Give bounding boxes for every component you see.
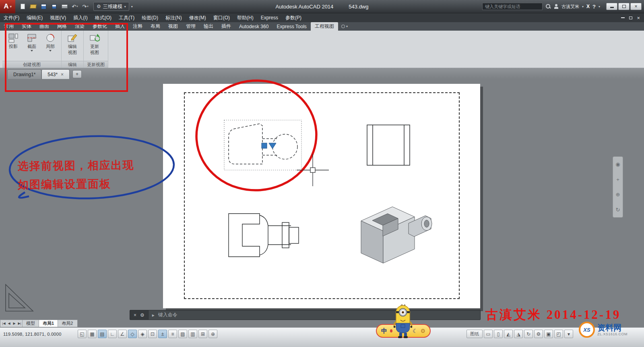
paper-sheet[interactable] — [163, 84, 480, 308]
annotation-monitor-toggle[interactable]: ⊕ — [208, 330, 217, 338]
tab-view[interactable]: 视图 — [164, 22, 182, 31]
osnap-toggle[interactable]: ◇ — [128, 330, 137, 338]
tab-surface[interactable]: 曲面 — [35, 22, 53, 31]
tab-annotate[interactable]: 注释 — [129, 22, 147, 31]
snap-toggle[interactable]: ▦ — [88, 330, 97, 338]
update-view-button[interactable]: 更新 视图 — [86, 33, 103, 55]
save-button[interactable] — [39, 2, 48, 11]
view-grip-square[interactable] — [262, 143, 267, 148]
menu-file[interactable]: 文件(F) — [0, 13, 23, 22]
search-icon[interactable] — [545, 4, 551, 9]
orbit-icon[interactable]: ↻ — [616, 207, 620, 213]
search-input[interactable] — [482, 3, 543, 10]
undo-button[interactable]: ↶▾ — [70, 2, 80, 11]
menu-parameters[interactable]: 参数(P) — [282, 13, 305, 22]
minimize-button[interactable] — [606, 3, 617, 10]
menu-draw[interactable]: 绘图(D) — [138, 13, 162, 22]
save-as-button[interactable] — [49, 2, 59, 11]
quick-view-layouts-button[interactable]: ▭ — [484, 330, 493, 338]
edit-view-button[interactable]: 编辑 视图 — [64, 33, 81, 55]
menu-tools[interactable]: 工具(T) — [115, 13, 138, 22]
tab-render[interactable]: 渲染 — [71, 22, 89, 31]
layout-last-button[interactable]: ▶| — [17, 322, 22, 325]
qat-customize-button[interactable]: ▾ — [131, 5, 133, 8]
ime-mode-label[interactable]: 中 — [381, 327, 387, 335]
selection-cycling-toggle[interactable]: ⊞ — [198, 330, 207, 338]
annotation-autoscale-button[interactable]: ↻ — [524, 330, 533, 338]
doc-restore-button[interactable] — [629, 17, 632, 19]
clean-screen-button[interactable]: ◰ — [554, 330, 563, 338]
file-tab-close-icon[interactable]: × — [61, 72, 64, 77]
doc-close-button[interactable]: × — [637, 15, 640, 21]
menu-help[interactable]: 帮助(H) — [233, 13, 257, 22]
section-view-button[interactable]: 截面 — [23, 33, 41, 52]
new-button[interactable] — [18, 2, 27, 11]
tab-model[interactable]: 模型 — [22, 320, 39, 327]
tab-express-tools[interactable]: Express Tools — [272, 22, 310, 31]
projection-view-button[interactable]: 投影 — [4, 33, 22, 49]
exchange-apps-icon[interactable]: X — [586, 4, 590, 9]
paper-model-toggle[interactable]: 图纸 — [466, 330, 483, 338]
tab-engineering-views[interactable]: 工程视图 — [311, 22, 338, 31]
layout-next-button[interactable]: ▶ — [12, 322, 17, 325]
redo-button[interactable]: ↷▾ — [80, 2, 90, 11]
menu-window[interactable]: 窗口(O) — [210, 13, 233, 22]
tab-parametric[interactable]: 参数化 — [89, 22, 111, 31]
tab-insert[interactable]: 插入 — [111, 22, 129, 31]
menu-dimension[interactable]: 标注(N) — [162, 13, 186, 22]
help-icon[interactable]: ? — [592, 4, 596, 10]
close-button[interactable]: × — [630, 3, 642, 10]
menu-format[interactable]: 格式(O) — [91, 13, 115, 22]
help-caret-icon[interactable]: ▾ — [599, 5, 600, 8]
app-menu-button[interactable]: A ▾ — [0, 0, 15, 13]
tab-layout[interactable]: 布局 — [147, 22, 164, 31]
tab-layout2[interactable]: 布局2 — [58, 320, 76, 327]
file-tab-drawing1[interactable]: Drawing1* — [7, 69, 41, 79]
tab-plugins[interactable]: 插件 — [217, 22, 235, 31]
open-button[interactable] — [28, 2, 38, 11]
ducs-toggle[interactable]: ⊡ — [148, 330, 157, 338]
menu-modify[interactable]: 修改(M) — [186, 13, 210, 22]
tab-home[interactable]: 常用 — [0, 22, 18, 31]
lineweight-toggle[interactable]: ≡ — [168, 330, 177, 338]
transparency-toggle[interactable]: ▨ — [178, 330, 187, 338]
workspace-switch-button[interactable]: ⚙ — [534, 330, 543, 338]
annotation-visibility-button[interactable]: ◮ — [514, 330, 523, 338]
workspace-switcher[interactable]: ⚙ 三维建模 ▾ — [93, 2, 129, 11]
tab-solid[interactable]: 实体 — [18, 22, 35, 31]
grid-toggle[interactable]: ▤ — [98, 330, 107, 338]
file-tab-543[interactable]: 543* × — [41, 69, 70, 79]
detail-view-button[interactable]: 局部 — [41, 33, 59, 52]
menu-edit[interactable]: 编辑(E) — [23, 13, 46, 22]
status-tray-button[interactable]: ▾ — [564, 330, 573, 338]
ime-settings-icon[interactable]: ⚙ — [420, 328, 425, 334]
menu-insert[interactable]: 插入(I) — [70, 13, 91, 22]
quick-view-drawings-button[interactable]: ▯ — [494, 330, 503, 338]
new-drawing-tab-button[interactable]: + — [72, 70, 82, 78]
front-view-selected[interactable] — [224, 120, 301, 170]
steering-wheel-icon[interactable]: ◉ — [615, 161, 620, 167]
tab-layout1[interactable]: 布局1 — [39, 320, 58, 327]
pan-icon[interactable]: + — [616, 177, 619, 183]
quick-properties-toggle[interactable]: ▥ — [188, 330, 197, 338]
command-customize-icon[interactable]: ⚙ — [140, 312, 144, 318]
command-prompt[interactable]: ▸ 键入命令 — [149, 312, 178, 318]
zoom-icon[interactable]: ⊕ — [616, 191, 620, 197]
infer-constraints-toggle[interactable]: ◱ — [78, 330, 87, 338]
annotation-scale-button[interactable]: ◭ — [504, 330, 513, 338]
drawing-area[interactable]: ◉ + ⊕ ↻ × ⚙ ▸ 键入命令 |◀ ◀ ▶ ▶| 模型 布局1 布局2 — [0, 79, 644, 327]
layout-first-button[interactable]: |◀ — [1, 322, 6, 325]
tab-mesh[interactable]: 网格 — [53, 22, 71, 31]
user-caret-icon[interactable]: ▾ — [582, 5, 584, 8]
ribbon-minimize-button[interactable]: ▾ — [338, 22, 351, 31]
menu-express[interactable]: Express — [257, 13, 282, 22]
isometric-view[interactable] — [361, 207, 432, 263]
osnap-3d-toggle[interactable]: ◈ — [138, 330, 147, 338]
side-view[interactable] — [229, 214, 299, 257]
top-view[interactable] — [367, 125, 410, 165]
doc-minimize-button[interactable] — [621, 17, 625, 18]
view-scale-grip-triangle[interactable] — [269, 143, 276, 149]
signin-user-label[interactable]: 古滇艾米 — [561, 4, 579, 10]
polar-toggle[interactable]: ∠ — [118, 330, 127, 338]
ortho-toggle[interactable]: ∟ — [108, 330, 117, 338]
